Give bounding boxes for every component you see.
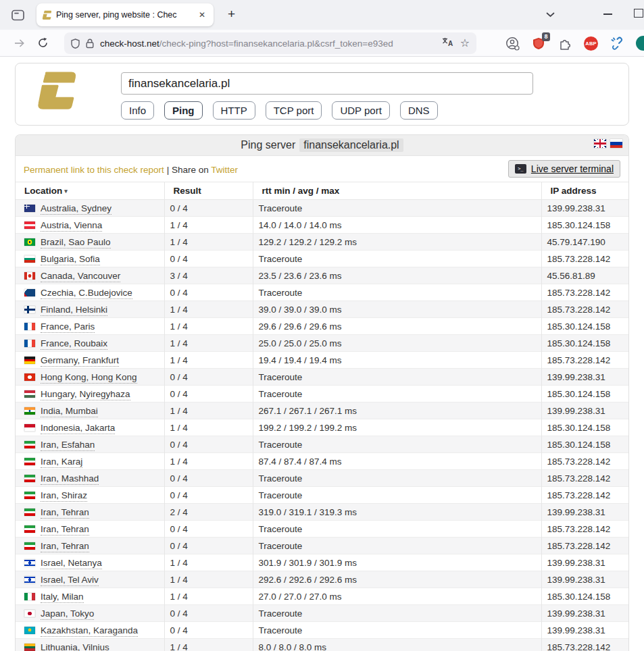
bookmark-star-icon[interactable]: ☆ xyxy=(460,38,470,49)
location-link[interactable]: Iran, Tehran xyxy=(41,541,89,552)
language-russian-flag-icon[interactable] xyxy=(610,139,622,148)
account-profile-icon[interactable] xyxy=(505,36,520,51)
traceroute-link[interactable]: Traceroute xyxy=(253,386,541,402)
window-maximize-button[interactable] xyxy=(634,9,643,18)
header-rtt[interactable]: rtt min / avg / max xyxy=(253,182,541,200)
traceroute-link[interactable]: Traceroute xyxy=(253,521,541,538)
table-row: France, Paris 1 / 4 29.6 / 29.6 / 29.6 m… xyxy=(16,318,629,335)
result-cell: 0 / 4 xyxy=(164,470,253,487)
check-type-button-tcp-port[interactable]: TCP port xyxy=(266,101,322,120)
header-result[interactable]: Result xyxy=(164,182,253,200)
twitter-link[interactable]: Twitter xyxy=(211,165,238,175)
traceroute-link[interactable]: Traceroute xyxy=(253,251,541,267)
check-type-button-dns[interactable]: DNS xyxy=(400,101,438,120)
ip-cell: 185.73.228.142 xyxy=(541,487,629,504)
results-table-body: Australia, Sydney 0 / 4 Traceroute 139.9… xyxy=(16,200,629,651)
location-link[interactable]: Australia, Sydney xyxy=(41,203,112,215)
location-link[interactable]: Iran, Shiraz xyxy=(41,490,87,502)
header-ip[interactable]: IP address xyxy=(541,182,629,200)
location-link[interactable]: Iran, Esfahan xyxy=(41,440,95,451)
table-row: Brazil, Sao Paulo 1 / 4 129.2 / 129.2 / … xyxy=(16,234,629,251)
new-tab-button[interactable]: + xyxy=(222,5,241,23)
traceroute-link[interactable]: Traceroute xyxy=(253,436,541,453)
location-link[interactable]: Kazakhstan, Karaganda xyxy=(41,625,138,637)
country-flag-icon xyxy=(24,272,35,280)
traceroute-link[interactable]: Traceroute xyxy=(253,470,541,487)
location-link[interactable]: Iran, Mashhad xyxy=(41,473,99,485)
permanent-link[interactable]: Permanent link to this check report xyxy=(24,165,164,175)
result-cell: 1 / 4 xyxy=(164,453,253,470)
extension-teal-icon[interactable] xyxy=(636,36,644,51)
location-link[interactable]: France, Roubaix xyxy=(41,338,107,350)
browser-navbar: check-host.net/check-ping?host=finanseka… xyxy=(0,30,644,57)
language-english-flag-icon[interactable] xyxy=(594,139,606,148)
location-link[interactable]: Finland, Helsinki xyxy=(41,305,107,316)
host-input[interactable] xyxy=(121,72,533,95)
adblock-plus-icon[interactable]: ABP xyxy=(584,36,598,51)
location-link[interactable]: Canada, Vancouver xyxy=(41,271,120,282)
check-type-button-udp-port[interactable]: UDP port xyxy=(332,101,389,120)
ip-cell: 185.73.228.142 xyxy=(541,251,629,267)
location-link[interactable]: Israel, Netanya xyxy=(41,558,102,569)
location-link[interactable]: Austria, Vienna xyxy=(41,220,102,232)
firefox-view-icon[interactable] xyxy=(8,5,27,24)
traceroute-link[interactable]: Traceroute xyxy=(253,284,541,301)
location-link[interactable]: Italy, Milan xyxy=(41,592,84,603)
ip-cell: 185.73.228.142 xyxy=(541,352,629,369)
country-flag-icon xyxy=(24,357,35,364)
result-cell: 1 / 4 xyxy=(164,301,253,318)
location-link[interactable]: France, Paris xyxy=(41,321,95,333)
window-minimize-button[interactable] xyxy=(603,14,612,15)
country-flag-icon xyxy=(24,627,35,634)
traceroute-link[interactable]: Traceroute xyxy=(253,369,541,386)
check-type-button-http[interactable]: HTTP xyxy=(213,101,255,120)
ublock-shield-icon[interactable]: 8 xyxy=(531,36,546,51)
location-link[interactable]: Lithuania, Vilnius xyxy=(41,642,109,651)
location-link[interactable]: India, Mumbai xyxy=(41,406,98,417)
tab-close-icon[interactable]: ✕ xyxy=(196,9,208,21)
location-link[interactable]: Indonesia, Jakarta xyxy=(41,423,115,434)
ip-cell: 185.73.228.142 xyxy=(541,470,629,487)
location-link[interactable]: Czechia, C.Budejovice xyxy=(41,288,132,299)
country-flag-icon xyxy=(24,559,35,567)
browser-tab[interactable]: Ping server, ping website : Chec ✕ xyxy=(36,3,214,26)
location-link[interactable]: Hong Kong, Hong Kong xyxy=(41,372,137,384)
location-link[interactable]: Germany, Frankfurt xyxy=(41,355,119,367)
table-row: Czechia, C.Budejovice 0 / 4 Traceroute 1… xyxy=(16,284,629,301)
tracking-shield-icon[interactable] xyxy=(71,38,80,49)
location-link[interactable]: Bulgaria, Sofia xyxy=(41,254,100,265)
link-separator: | xyxy=(167,165,170,175)
extensions-puzzle-icon[interactable] xyxy=(558,36,572,51)
ip-cell: 139.99.238.31 xyxy=(541,605,629,622)
clear-urls-icon[interactable] xyxy=(610,36,624,51)
location-link[interactable]: Iran, Tehran xyxy=(41,524,89,536)
translate-icon[interactable]: A xyxy=(442,37,453,49)
reload-button[interactable] xyxy=(32,33,53,53)
rtt-cell: 129.2 / 129.2 / 129.2 ms xyxy=(253,234,541,251)
location-link[interactable]: Hungary, Nyiregyhaza xyxy=(41,389,130,400)
check-type-button-ping[interactable]: Ping xyxy=(164,101,203,120)
header-location[interactable]: Location▾ xyxy=(16,182,164,200)
location-link[interactable]: Brazil, Sao Paulo xyxy=(41,237,111,249)
result-header-bar: Ping server finansekancelaria.pl xyxy=(16,135,628,156)
svg-text:A: A xyxy=(448,40,453,47)
traceroute-link[interactable]: Traceroute xyxy=(253,538,541,554)
url-bar[interactable]: check-host.net/check-ping?host=finanseka… xyxy=(64,32,476,54)
result-cell: 1 / 4 xyxy=(164,639,253,651)
tab-list-chevron-icon[interactable] xyxy=(546,8,555,20)
table-row: France, Roubaix 1 / 4 25.0 / 25.0 / 25.0… xyxy=(16,335,629,352)
traceroute-link[interactable]: Traceroute xyxy=(253,622,541,639)
live-server-terminal-button[interactable]: >_ Live server terminal xyxy=(508,160,620,178)
traceroute-link[interactable]: Traceroute xyxy=(253,200,541,217)
traceroute-link[interactable]: Traceroute xyxy=(253,605,541,622)
lock-icon[interactable] xyxy=(86,38,94,49)
location-link[interactable]: Israel, Tel Aviv xyxy=(41,575,99,586)
table-row: Italy, Milan 1 / 4 27.0 / 27.0 / 27.0 ms… xyxy=(16,588,629,605)
location-link[interactable]: Iran, Karaj xyxy=(41,457,82,468)
check-type-button-info[interactable]: Info xyxy=(121,101,154,120)
location-link[interactable]: Japan, Tokyo xyxy=(41,608,94,620)
check-host-logo xyxy=(36,70,78,115)
forward-button[interactable] xyxy=(9,33,30,53)
location-link[interactable]: Iran, Tehran xyxy=(41,507,89,519)
traceroute-link[interactable]: Traceroute xyxy=(253,487,541,504)
